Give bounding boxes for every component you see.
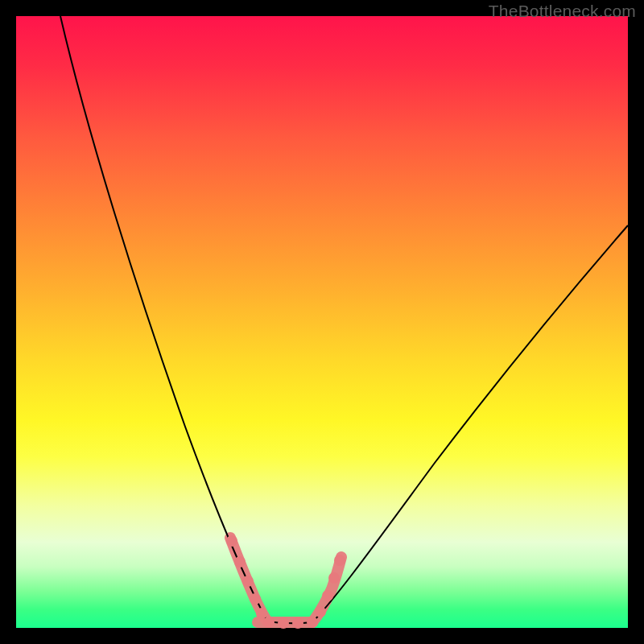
svg-point-2	[242, 576, 254, 587]
svg-point-11	[328, 572, 340, 584]
pink-dots	[226, 535, 345, 629]
curve-left	[60, 16, 267, 621]
svg-point-1	[234, 556, 246, 568]
svg-point-8	[307, 617, 318, 628]
svg-point-5	[263, 617, 275, 628]
svg-point-4	[256, 608, 267, 619]
svg-point-9	[315, 606, 326, 617]
svg-point-0	[226, 535, 237, 547]
svg-point-12	[334, 555, 345, 566]
svg-point-7	[292, 617, 303, 629]
chart-svg	[16, 16, 628, 628]
watermark-text: TheBottleneck.com	[489, 2, 636, 21]
curve-right	[312, 225, 628, 622]
svg-point-6	[278, 617, 289, 629]
svg-point-3	[250, 593, 261, 605]
svg-point-10	[322, 590, 333, 601]
